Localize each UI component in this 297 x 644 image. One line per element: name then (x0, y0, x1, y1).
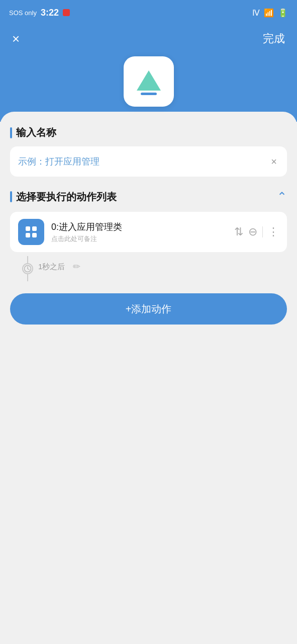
status-bar: SOS only 3:22 Ⅳ 📶 🔋 (0, 0, 297, 25)
svg-rect-2 (26, 226, 30, 231)
grid-icon (24, 225, 38, 239)
remove-icon[interactable]: ⊖ (248, 225, 257, 238)
more-icon[interactable]: ⋮ (268, 225, 279, 238)
connector-bottom (27, 274, 28, 281)
status-icons: Ⅳ 📶 🔋 (252, 8, 288, 18)
app-icon (124, 56, 174, 107)
svg-line-8 (28, 269, 29, 270)
delay-clock-icon (22, 263, 33, 274)
action-item-controls: ⇅ ⊖ ⋮ (234, 225, 279, 238)
ctrl-divider (262, 226, 263, 237)
svg-rect-1 (141, 93, 157, 95)
action-item: 0:进入应用管理类 点击此处可备注 ⇅ ⊖ ⋮ (10, 212, 287, 252)
action-item-title: 0:进入应用管理类 (51, 221, 227, 233)
action-item-icon (18, 219, 44, 245)
name-input[interactable] (18, 156, 269, 167)
action-section-title-wrap: 选择要执行的动作列表 (10, 190, 117, 204)
section-bar-name (10, 127, 12, 138)
name-section-header: 输入名称 (10, 126, 287, 139)
signal-icon: 📶 (264, 8, 274, 18)
name-input-wrap[interactable]: × (10, 146, 287, 177)
delay-edit-icon[interactable]: ✏ (73, 261, 80, 272)
add-action-button[interactable]: +添加动作 (10, 293, 287, 325)
connector-group (22, 256, 33, 281)
connector-top (27, 256, 28, 263)
done-button[interactable]: 完成 (263, 31, 285, 46)
svg-rect-5 (32, 233, 37, 237)
main-content: 输入名称 × 选择要执行的动作列表 ⌃ 0:进入应用管理类 点击此处可备注 ⇅ (0, 112, 297, 565)
status-bar-left: SOS only 3:22 (9, 8, 70, 18)
status-time: 3:22 (41, 8, 59, 18)
delay-row: 1秒之后 ✏ (10, 252, 287, 281)
section-bar-action (10, 191, 12, 202)
svg-rect-3 (32, 226, 37, 231)
sort-icon[interactable]: ⇅ (234, 225, 243, 238)
status-dot (63, 9, 70, 16)
name-section-title: 输入名称 (16, 126, 56, 139)
action-section-title: 选择要执行的动作列表 (16, 190, 117, 204)
battery-icon: 🔋 (278, 8, 288, 18)
action-section-header: 选择要执行的动作列表 ⌃ (10, 190, 287, 204)
svg-marker-0 (137, 70, 161, 91)
delay-text: 1秒之后 (38, 262, 65, 272)
input-clear-icon[interactable]: × (269, 154, 279, 170)
sos-label: SOS only (9, 9, 37, 17)
svg-rect-4 (26, 233, 30, 237)
close-button[interactable]: × (12, 32, 20, 45)
app-icon-svg (134, 66, 164, 97)
action-item-note[interactable]: 点击此处可备注 (51, 234, 227, 244)
action-item-info: 0:进入应用管理类 点击此处可备注 (51, 221, 227, 244)
collapse-icon[interactable]: ⌃ (277, 190, 287, 204)
nfc-icon: Ⅳ (252, 8, 260, 18)
